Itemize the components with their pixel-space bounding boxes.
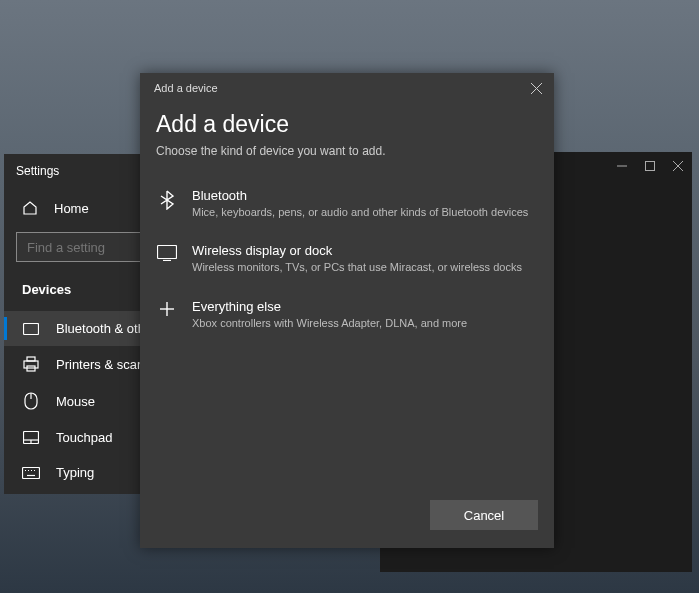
device-option-text: Wireless display or dock Wireless monito… <box>192 243 522 274</box>
touchpad-icon <box>22 431 40 444</box>
nav-item-label: Touchpad <box>56 430 112 445</box>
home-label: Home <box>54 201 89 216</box>
rectangle-icon <box>22 323 40 335</box>
dialog-subheading: Choose the kind of device you want to ad… <box>156 144 538 158</box>
svg-rect-5 <box>27 357 35 361</box>
keyboard-icon <box>22 467 40 479</box>
add-device-dialog: Add a device Add a device Choose the kin… <box>140 73 554 548</box>
nav-item-label: Mouse <box>56 394 95 409</box>
home-icon <box>22 200 40 216</box>
maximize-icon[interactable] <box>644 160 656 172</box>
device-option-desc: Mice, keyboards, pens, or audio and othe… <box>192 205 528 219</box>
device-option-desc: Wireless monitors, TVs, or PCs that use … <box>192 260 522 274</box>
dialog-titlebar: Add a device <box>140 73 554 103</box>
dialog-body: Add a device Choose the kind of device y… <box>140 103 554 486</box>
dialog-titlebar-text: Add a device <box>154 82 218 94</box>
mouse-icon <box>22 392 40 410</box>
dialog-heading: Add a device <box>156 111 538 138</box>
close-icon[interactable] <box>672 160 684 172</box>
nav-item-label: Typing <box>56 465 94 480</box>
device-option-title: Bluetooth <box>192 188 528 203</box>
device-option-wireless-display[interactable]: Wireless display or dock Wireless monito… <box>156 231 538 286</box>
cancel-button[interactable]: Cancel <box>430 500 538 530</box>
device-option-bluetooth[interactable]: Bluetooth Mice, keyboards, pens, or audi… <box>156 176 538 231</box>
plus-icon <box>156 299 178 317</box>
svg-rect-6 <box>24 361 38 368</box>
svg-rect-4 <box>24 323 39 334</box>
svg-rect-13 <box>23 467 40 478</box>
device-option-everything-else[interactable]: Everything else Xbox controllers with Wi… <box>156 287 538 342</box>
device-option-title: Everything else <box>192 299 467 314</box>
minimize-icon[interactable] <box>616 160 628 172</box>
device-option-title: Wireless display or dock <box>192 243 522 258</box>
device-option-text: Bluetooth Mice, keyboards, pens, or audi… <box>192 188 528 219</box>
svg-rect-21 <box>158 246 177 259</box>
svg-rect-1 <box>646 162 655 171</box>
bluetooth-icon <box>156 188 178 210</box>
dialog-footer: Cancel <box>140 486 554 548</box>
display-icon <box>156 243 178 261</box>
printer-icon <box>22 356 40 372</box>
close-icon[interactable] <box>528 80 544 96</box>
device-option-desc: Xbox controllers with Wireless Adapter, … <box>192 316 467 330</box>
device-option-text: Everything else Xbox controllers with Wi… <box>192 299 467 330</box>
